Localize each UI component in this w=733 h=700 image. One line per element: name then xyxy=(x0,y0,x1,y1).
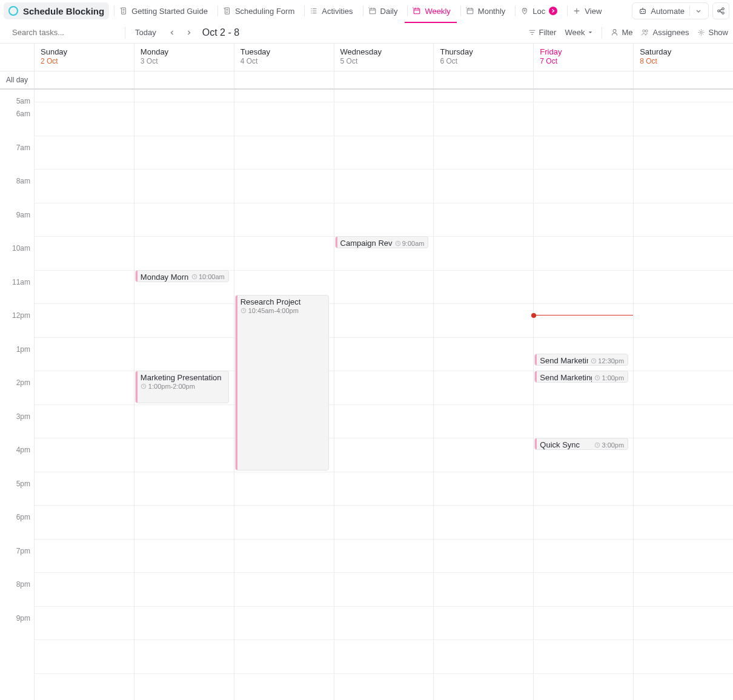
allday-cell[interactable] xyxy=(534,71,634,88)
day-header-wednesday[interactable]: Wednesday5 Oct xyxy=(334,44,434,71)
gear-icon xyxy=(697,28,705,36)
current-time-indicator xyxy=(534,315,633,315)
event-research-project[interactable]: Research Project10:45am-4:00pm xyxy=(235,295,329,470)
event-title: Send Marketing xyxy=(540,373,592,382)
day-date: 4 Oct xyxy=(240,57,328,65)
event-send-marketing[interactable]: Send Marketing1:00pm xyxy=(534,371,628,383)
search-box[interactable] xyxy=(5,25,120,39)
day-header-tuesday[interactable]: Tuesday4 Oct xyxy=(234,44,334,71)
hour-label: 2pm xyxy=(0,378,34,412)
event-send-marketing[interactable]: Send Marketing12:30pm xyxy=(534,354,628,366)
pin-icon xyxy=(520,7,529,15)
workspace-chip[interactable]: Schedule Blocking xyxy=(4,2,109,19)
event-time: 1:00pm xyxy=(594,374,624,381)
day-column-tuesday[interactable]: Research Project10:45am-4:00pm xyxy=(234,90,334,700)
day-column-thursday[interactable] xyxy=(434,90,534,700)
doc-icon xyxy=(223,7,231,15)
event-monday-mornin[interactable]: Monday Mornin10:00am xyxy=(135,270,229,282)
svg-point-17 xyxy=(643,30,645,32)
day-header-monday[interactable]: Monday3 Oct xyxy=(134,44,234,71)
day-name: Thursday xyxy=(440,47,527,56)
me-button[interactable]: Me xyxy=(611,28,632,37)
tab-getting-started-guide[interactable]: Getting Started Guide xyxy=(111,2,214,19)
today-button[interactable]: Today xyxy=(130,27,161,38)
tab-activities[interactable]: Activities xyxy=(302,2,359,19)
svg-rect-5 xyxy=(370,8,376,14)
plus-icon xyxy=(572,7,581,15)
day-header-saturday[interactable]: Saturday8 Oct xyxy=(634,44,733,71)
tab-view[interactable]: View xyxy=(565,2,608,19)
all-day-row: All day xyxy=(0,71,733,90)
event-title: Send Marketing xyxy=(540,356,588,365)
allday-cell[interactable] xyxy=(234,71,334,88)
day-date: 2 Oct xyxy=(41,57,128,65)
day-column-wednesday[interactable]: Campaign Revie9:00am xyxy=(334,90,434,700)
svg-point-12 xyxy=(718,10,720,12)
search-input[interactable] xyxy=(12,28,114,37)
day-column-monday[interactable]: Monday Mornin10:00amMarketing Presentati… xyxy=(134,90,234,700)
allday-cell[interactable] xyxy=(634,71,733,88)
event-title: Marketing Presentation xyxy=(141,373,225,382)
list-icon xyxy=(310,7,318,15)
allday-cell[interactable] xyxy=(434,71,534,88)
svg-point-19 xyxy=(700,31,702,33)
cal-icon xyxy=(368,7,377,15)
hour-label: 7am xyxy=(0,144,34,177)
tab-monthly[interactable]: Monthly xyxy=(458,2,512,19)
person-icon xyxy=(611,28,619,36)
people-icon xyxy=(641,28,649,36)
week-dropdown[interactable]: Week xyxy=(565,28,593,37)
allday-cell[interactable] xyxy=(134,71,234,88)
day-header-thursday[interactable]: Thursday6 Oct xyxy=(434,44,534,71)
day-date: 8 Oct xyxy=(640,57,727,65)
day-name: Monday xyxy=(141,47,228,56)
svg-point-13 xyxy=(722,8,725,10)
badge-icon xyxy=(549,7,557,15)
tab-weekly[interactable]: Weekly xyxy=(405,2,456,19)
tab-label: View xyxy=(585,7,602,16)
svg-rect-7 xyxy=(467,8,473,14)
svg-point-18 xyxy=(646,30,648,32)
tab-label: Daily xyxy=(380,7,398,16)
tab-label: Weekly xyxy=(425,7,450,16)
day-name: Saturday xyxy=(640,47,727,56)
filter-icon xyxy=(528,28,536,36)
allday-cell[interactable] xyxy=(35,71,134,88)
show-button[interactable]: Show xyxy=(697,28,728,37)
hour-label: 4pm xyxy=(0,446,34,480)
hour-label: 12pm xyxy=(0,311,34,345)
hour-label: 3pm xyxy=(0,412,34,446)
tab-loc[interactable]: Loc xyxy=(512,2,563,19)
day-header-sunday[interactable]: Sunday2 Oct xyxy=(35,44,134,71)
event-marketing-presentation[interactable]: Marketing Presentation1:00pm-2:00pm xyxy=(135,371,229,403)
hour-label: 1pm xyxy=(0,345,34,379)
day-header-friday[interactable]: Friday7 Oct xyxy=(534,44,634,71)
doc-icon xyxy=(119,7,128,15)
date-range-label: Oct 2 - 8 xyxy=(202,27,239,38)
day-column-sunday[interactable] xyxy=(35,90,134,700)
day-name: Friday xyxy=(540,47,627,56)
day-date: 5 Oct xyxy=(340,57,428,65)
chevron-down-icon xyxy=(695,7,702,15)
next-week-button[interactable] xyxy=(183,28,195,38)
filter-button[interactable]: Filter xyxy=(528,28,557,37)
event-quick-sync[interactable]: Quick Sync3:00pm xyxy=(534,438,628,450)
svg-rect-6 xyxy=(414,8,420,14)
tab-daily[interactable]: Daily xyxy=(360,2,404,19)
automate-button[interactable]: Automate xyxy=(632,2,709,19)
day-name: Sunday xyxy=(41,47,128,56)
svg-point-2 xyxy=(311,8,312,9)
event-time: 12:30pm xyxy=(591,357,624,365)
event-campaign-revie[interactable]: Campaign Revie9:00am xyxy=(335,236,429,248)
prev-week-button[interactable] xyxy=(166,28,178,38)
event-title: Quick Sync xyxy=(540,440,592,449)
hour-label: 10am xyxy=(0,244,34,278)
day-column-saturday[interactable] xyxy=(634,90,733,700)
day-column-friday[interactable]: Send Marketing12:30pmSend Marketing1:00p… xyxy=(534,90,634,700)
day-name: Wednesday xyxy=(340,47,428,56)
assignees-button[interactable]: Assignees xyxy=(641,28,689,37)
allday-cell[interactable] xyxy=(334,71,434,88)
tab-scheduling-form[interactable]: Scheduling Form xyxy=(215,2,300,19)
share-button[interactable] xyxy=(712,2,729,19)
cal-icon xyxy=(466,7,474,15)
